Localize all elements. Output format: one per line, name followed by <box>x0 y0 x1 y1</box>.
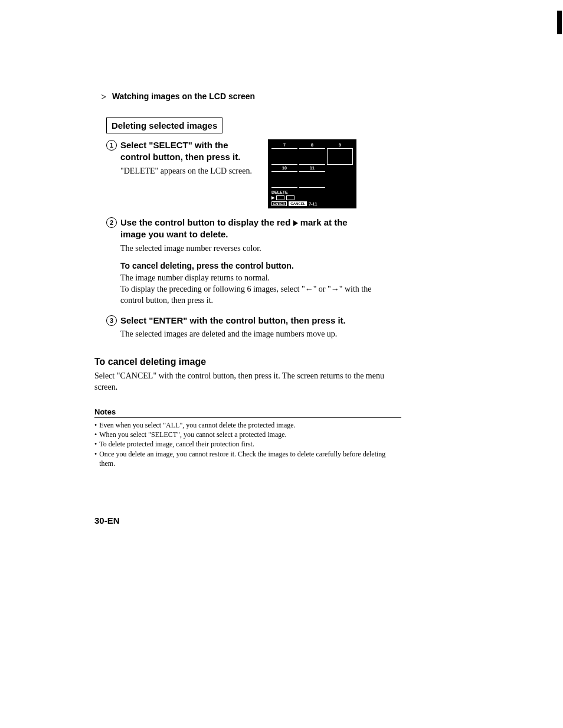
step-1-row: 1 Select "SELECT" with the control butto… <box>106 139 563 208</box>
step-2-number-icon: 2 <box>106 217 117 228</box>
page-number: 30-EN <box>94 515 563 525</box>
lcd-label: 10 <box>271 166 297 170</box>
lcd-thumbnail <box>271 148 297 165</box>
step-3-body: The selected images are deleted and the … <box>120 329 374 340</box>
section-title: Deleting selected images <box>112 120 217 130</box>
step-3-row: 3 Select "ENTER" with the control button… <box>106 315 563 327</box>
note-item: •To delete protected image, cancel their… <box>94 439 401 449</box>
step-2-sub-body: The image number display returns to norm… <box>120 273 374 306</box>
lcd-enter-button: ENTER <box>271 201 287 206</box>
step-2-heading: Use the control button to display the re… <box>120 217 374 241</box>
notes-divider <box>94 417 401 418</box>
breadcrumb: Watching images on the LCD screen <box>102 92 563 101</box>
bullet-icon: • <box>94 449 97 459</box>
lcd-label: 9 <box>327 143 353 147</box>
step-1-body: "DELETE" appears on the LCD screen. <box>120 166 256 177</box>
lcd-label: 8 <box>299 143 325 147</box>
lcd-screen-illustration: 7 8 9 10 11 DELETE ▶ <box>268 139 356 208</box>
lcd-thumbnail-selected <box>327 148 353 165</box>
lcd-button-row: ENTER CANCEL 7-11 <box>271 201 353 206</box>
step-1-number-icon: 1 <box>106 140 117 151</box>
step-2-sub-heading: To cancel deleting, press the control bu… <box>120 261 563 270</box>
lcd-menu-row: ▶ <box>271 195 353 200</box>
breadcrumb-text: Watching images on the LCD screen <box>112 92 255 101</box>
notes-heading: Notes <box>94 407 563 416</box>
page-edge-mark <box>557 11 562 34</box>
lcd-label <box>327 166 353 170</box>
cancel-heading: To cancel deleting image <box>94 357 563 367</box>
lcd-thumbnail-empty <box>327 171 353 187</box>
lcd-mid-thumbs <box>271 171 353 188</box>
lcd-mini-thumb <box>276 195 284 200</box>
lcd-delete-label: DELETE <box>271 190 353 194</box>
step-1-text: Select "SELECT" with the control button,… <box>120 139 256 177</box>
cancel-body: Select "CANCEL" with the control button,… <box>94 371 401 393</box>
step-3-heading: Select "ENTER" with the control button, … <box>120 315 374 327</box>
lcd-label: 11 <box>299 166 325 170</box>
play-triangle-icon <box>293 220 298 226</box>
bullet-icon: • <box>94 439 97 449</box>
lcd-mini-thumb <box>286 195 294 200</box>
lcd-top-thumbs <box>271 148 353 165</box>
note-item: •Once you delete an image, you cannot re… <box>94 449 401 468</box>
lcd-pointer-icon: ▶ <box>271 195 274 200</box>
lcd-thumbnail <box>299 171 325 188</box>
step-1-heading: Select "SELECT" with the control button,… <box>120 139 256 164</box>
lcd-thumbnail <box>271 171 297 188</box>
step-3-number-icon: 3 <box>106 315 117 326</box>
lcd-mid-labels: 10 11 <box>271 166 353 170</box>
notes-list: •Even when you select "ALL", you cannot … <box>94 420 401 468</box>
lcd-label: 7 <box>271 143 297 147</box>
note-item: •Even when you select "ALL", you cannot … <box>94 420 401 430</box>
note-item: •When you select "SELECT", you cannot se… <box>94 430 401 439</box>
lcd-menu: DELETE ▶ ENTER CANCEL 7-11 <box>271 190 353 206</box>
lcd-top-labels: 7 8 9 <box>271 143 353 147</box>
bullet-icon: • <box>94 420 97 430</box>
lcd-cancel-button: CANCEL <box>289 201 307 206</box>
bullet-icon: • <box>94 430 97 439</box>
lcd-thumbnail <box>299 148 325 165</box>
arrow-right-icon <box>102 94 106 99</box>
lcd-range-label: 7-11 <box>309 202 317 206</box>
step-2-row: 2 Use the control button to display the … <box>106 217 563 241</box>
manual-page: Watching images on the LCD screen Deleti… <box>0 0 563 728</box>
section-title-box: Deleting selected images <box>106 117 222 133</box>
step-2-body: The selected image number reverses color… <box>120 243 374 254</box>
